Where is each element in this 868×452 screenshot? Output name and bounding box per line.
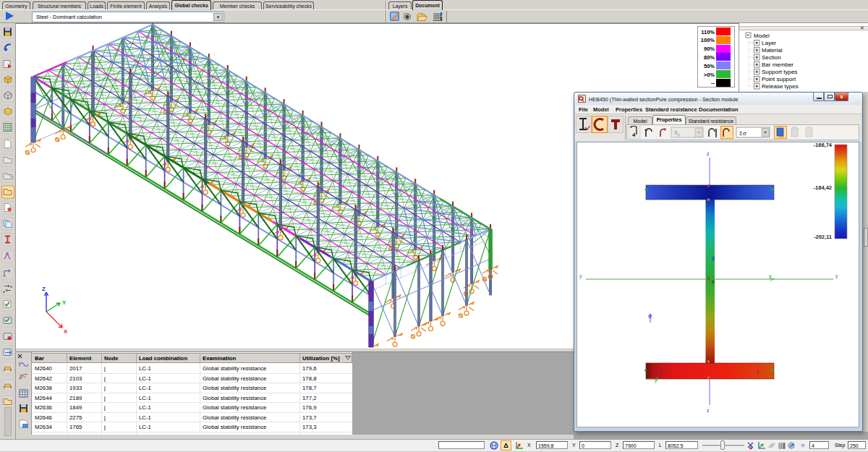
svg-text:z: z — [757, 369, 759, 374]
svg-text:z: z — [659, 369, 661, 374]
svg-text:Y: Y — [62, 299, 67, 306]
svg-text:y: y — [835, 273, 838, 279]
svg-text:Support types: Support types — [762, 69, 797, 75]
svg-text:4: 4 — [632, 132, 636, 138]
svg-text:Z: Z — [712, 256, 715, 261]
svg-text:z: z — [707, 151, 710, 156]
svg-text:-184,42: -184,42 — [814, 184, 832, 191]
svg-text:Material: Material — [762, 47, 783, 54]
svg-text:X: X — [64, 328, 68, 335]
svg-text:Section: Section — [762, 54, 781, 61]
svg-text:Point support: Point support — [762, 76, 796, 82]
svg-text:-202,11: -202,11 — [814, 234, 832, 240]
svg-text:Model: Model — [754, 33, 770, 39]
svg-text:Σσ: Σσ — [739, 130, 746, 137]
svg-text:a: a — [3, 289, 5, 294]
svg-text:a: a — [10, 284, 12, 289]
svg-text:z: z — [707, 408, 710, 413]
svg-text:y: y — [579, 273, 582, 279]
svg-text:Release types: Release types — [762, 83, 799, 90]
svg-text:-166,74: -166,74 — [814, 142, 833, 148]
svg-text:Z: Z — [42, 286, 46, 292]
svg-text:Bar member: Bar member — [762, 61, 793, 68]
svg-text:Layer: Layer — [762, 40, 776, 46]
svg-text:B: B — [712, 280, 715, 284]
svg-text:y: y — [678, 132, 680, 137]
